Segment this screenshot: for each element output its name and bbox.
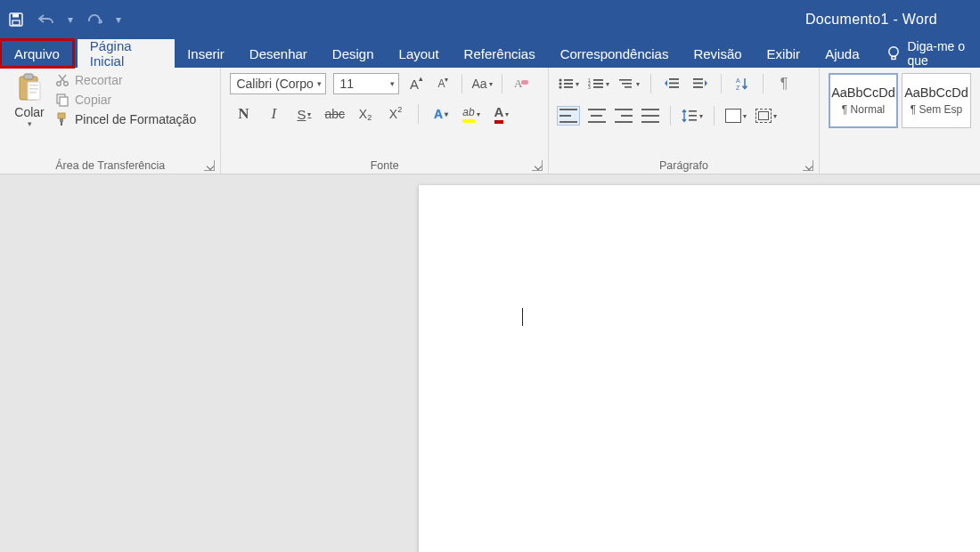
svg-rect-1 <box>12 14 19 18</box>
save-icon[interactable] <box>7 11 25 28</box>
shrink-font-button[interactable]: A▾ <box>433 73 453 94</box>
font-size-combo[interactable]: 11 ▾ <box>333 73 399 94</box>
text-effects-button[interactable]: A ▾ <box>431 103 451 125</box>
svg-rect-2 <box>12 20 20 25</box>
tab-mailings[interactable]: Correspondências <box>548 39 682 68</box>
italic-button[interactable]: I <box>264 103 283 125</box>
tab-file[interactable]: Arquivo <box>0 39 74 68</box>
svg-text:A: A <box>736 77 740 84</box>
multilevel-list-button[interactable]: ▾ <box>618 73 640 94</box>
paste-label: Colar <box>14 105 44 119</box>
align-justify-button[interactable] <box>641 109 659 123</box>
tab-design[interactable]: Design <box>320 39 387 68</box>
paragraph-dialog-launcher[interactable] <box>803 160 813 171</box>
ribbon-tabs: Arquivo Página Inicial Inserir Desenhar … <box>0 39 980 68</box>
style-no-spacing[interactable]: AaBbCcDd ¶ Sem Esp <box>902 73 971 128</box>
svg-rect-33 <box>622 83 632 85</box>
show-hide-button[interactable]: ¶ <box>774 73 794 94</box>
align-right-button[interactable] <box>615 109 633 123</box>
tell-me-label: Diga-me o que <box>908 39 981 68</box>
separator <box>461 74 462 93</box>
document-title: Documento1 - Word <box>121 12 973 28</box>
separator <box>670 106 671 126</box>
quick-access-toolbar: ▾ ▾ <box>7 11 121 28</box>
lightbulb-icon <box>886 45 901 61</box>
underline-button[interactable]: S ▾ <box>294 103 314 125</box>
separator <box>418 104 419 124</box>
clipboard-dialog-launcher[interactable] <box>204 160 215 171</box>
copy-button[interactable]: Copiar <box>55 93 196 107</box>
group-styles: AaBbCcDd ¶ Normal AaBbCcDd ¶ Sem Esp <box>820 68 980 174</box>
tell-me[interactable]: Diga-me o que <box>872 39 981 68</box>
group-clipboard-label: Área de Transferência <box>9 158 211 172</box>
tab-review[interactable]: Revisão <box>681 39 754 68</box>
bullets-button[interactable]: ▾ <box>558 73 579 94</box>
scissors-icon <box>55 73 69 87</box>
line-spacing-button[interactable]: ▾ <box>682 105 703 126</box>
svg-rect-21 <box>564 79 573 81</box>
svg-rect-8 <box>29 85 38 86</box>
svg-text:3: 3 <box>588 85 591 90</box>
copy-icon <box>55 93 69 107</box>
tab-references[interactable]: Referências <box>452 39 548 68</box>
align-center-button[interactable] <box>588 109 606 123</box>
svg-rect-14 <box>60 97 68 106</box>
group-styles-label <box>829 158 971 172</box>
svg-rect-35 <box>669 78 679 80</box>
strikethrough-button[interactable]: abc <box>324 103 345 125</box>
shading-button[interactable]: ▾ <box>725 105 747 126</box>
svg-rect-45 <box>689 119 697 121</box>
group-font-label: Fonte <box>230 158 539 172</box>
separator <box>721 74 722 93</box>
increase-indent-button[interactable] <box>690 73 710 94</box>
tab-draw[interactable]: Desenhar <box>237 39 320 68</box>
tab-home[interactable]: Página Inicial <box>78 39 175 68</box>
cut-button[interactable]: Recortar <box>55 73 196 87</box>
tab-help[interactable]: Ajuda <box>813 39 871 68</box>
font-color-button[interactable]: A ▾ <box>492 103 511 125</box>
separator <box>763 74 764 93</box>
qat-dropdown-1[interactable]: ▾ <box>68 13 73 26</box>
clear-formatting-button[interactable]: A <box>511 73 531 94</box>
subscript-button[interactable]: X2 <box>355 103 375 125</box>
borders-button[interactable]: ▾ <box>755 105 777 126</box>
bold-button[interactable]: N <box>233 103 253 125</box>
paste-dropdown-icon[interactable]: ▾ <box>28 119 32 128</box>
tab-view[interactable]: Exibir <box>755 39 813 68</box>
format-painter-label: Pincel de Formatação <box>75 112 196 126</box>
cut-label: Recortar <box>75 73 123 87</box>
grow-font-button[interactable]: A▴ <box>406 73 426 94</box>
paste-button[interactable]: Colar ▾ <box>9 73 50 128</box>
svg-point-12 <box>64 82 69 86</box>
group-paragraph-label: Parágrafo <box>558 158 810 172</box>
copy-label: Copiar <box>75 93 111 107</box>
redo-icon[interactable] <box>86 11 103 28</box>
decrease-indent-button[interactable] <box>662 73 682 94</box>
font-dialog-launcher[interactable] <box>532 160 543 171</box>
superscript-button[interactable]: X2 <box>386 103 405 125</box>
svg-rect-44 <box>689 115 697 117</box>
change-case-button[interactable]: Aa ▾ <box>471 73 492 94</box>
tab-layout[interactable]: Layout <box>387 39 452 68</box>
style-preview: AaBbCcDd <box>831 85 895 100</box>
align-left-button[interactable] <box>558 107 579 125</box>
undo-icon[interactable] <box>37 11 55 28</box>
chevron-down-icon: ▾ <box>317 79 322 88</box>
font-name-value: Calibri (Corpo <box>236 77 313 91</box>
svg-point-11 <box>57 82 61 86</box>
tab-insert[interactable]: Inserir <box>175 39 237 68</box>
format-painter-button[interactable]: Pincel de Formatação <box>55 112 196 126</box>
chevron-down-icon: ▾ <box>390 79 395 88</box>
sort-button[interactable]: AZ <box>732 73 752 94</box>
numbering-button[interactable]: 123 ▾ <box>588 73 609 94</box>
svg-rect-17 <box>61 122 62 126</box>
document-area[interactable] <box>0 175 980 552</box>
svg-rect-29 <box>593 83 603 85</box>
svg-rect-23 <box>564 83 573 85</box>
separator <box>650 74 651 93</box>
clipboard-icon <box>16 73 43 103</box>
font-name-combo[interactable]: Calibri (Corpo ▾ <box>230 73 326 94</box>
style-normal[interactable]: AaBbCcDd ¶ Normal <box>829 73 898 128</box>
highlight-button[interactable]: ab ▾ <box>461 103 481 125</box>
document-page[interactable] <box>419 185 980 552</box>
